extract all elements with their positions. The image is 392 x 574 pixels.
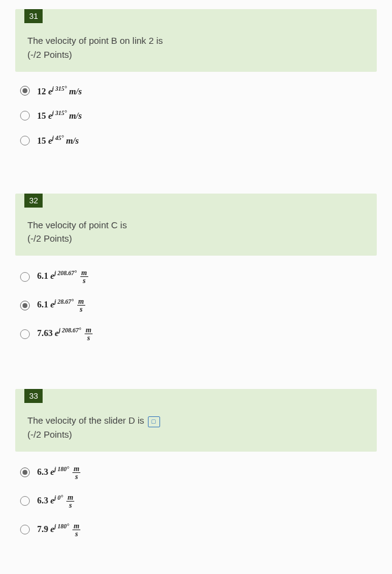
option-row[interactable]: 12 ej 315° m/s (18, 80, 374, 102)
radio-button[interactable] (20, 272, 30, 282)
option-label: 7.63 ej 208.67° ms (37, 326, 93, 341)
radio-button[interactable] (20, 301, 30, 310)
question-block: 33The velocity of the slider D is▢(-/2 P… (15, 389, 377, 555)
option-label: 15 ej 45° m/s (37, 135, 79, 146)
radio-button[interactable] (20, 496, 30, 506)
option-row[interactable]: 15 ej 45° m/s (18, 130, 374, 151)
radio-button[interactable] (20, 329, 30, 339)
option-row[interactable]: 6.3 ej 180° ms (18, 460, 374, 485)
question-header: 32The velocity of point C is(-/2 Points) (15, 194, 377, 256)
question-text: The velocity of the slider D is▢ (15, 403, 377, 428)
radio-button[interactable] (20, 111, 30, 121)
option-label: 6.3 ej 180° ms (37, 465, 80, 480)
option-label: 7.9 ej 180° ms (37, 522, 80, 537)
question-block: 32The velocity of point C is(-/2 Points)… (15, 194, 377, 359)
radio-button[interactable] (20, 136, 30, 145)
question-text: The velocity of point B on link 2 is (15, 23, 377, 48)
question-number: 33 (24, 389, 43, 403)
question-text: The velocity of point C is (15, 208, 377, 233)
radio-button[interactable] (20, 467, 30, 477)
option-label: 15 ej 315° m/s (37, 110, 82, 121)
options-group: 6.1 ej 208.67° ms6.1 ej 28.67° ms7.63 ej… (15, 256, 377, 359)
options-group: 6.3 ej 180° ms6.3 ej 0° ms7.9 ej 180° ms (15, 452, 377, 555)
option-row[interactable]: 7.9 ej 180° ms (18, 517, 374, 542)
question-header: 31The velocity of point B on link 2 is(-… (15, 9, 377, 72)
immersive-reader-icon[interactable]: ▢ (148, 416, 160, 427)
option-label: 6.1 ej 208.67° ms (37, 269, 88, 284)
question-points: (-/2 Points) (15, 48, 377, 60)
options-group: 12 ej 315° m/s15 ej 315° m/s15 ej 45° m/… (15, 72, 377, 163)
question-points: (-/2 Points) (15, 428, 377, 439)
option-label: 6.3 ej 0° ms (37, 494, 74, 509)
option-row[interactable]: 6.1 ej 208.67° ms (18, 264, 374, 289)
radio-button[interactable] (20, 525, 30, 534)
question-header: 33The velocity of the slider D is▢(-/2 P… (15, 389, 377, 452)
option-label: 12 ej 315° m/s (37, 85, 82, 97)
question-number: 31 (24, 9, 43, 23)
question-points: (-/2 Points) (15, 232, 377, 243)
option-label: 6.1 ej 28.67° ms (37, 298, 85, 313)
option-row[interactable]: 15 ej 315° m/s (18, 105, 374, 126)
option-row[interactable]: 7.63 ej 208.67° ms (18, 321, 374, 346)
question-block: 31The velocity of point B on link 2 is(-… (15, 9, 377, 163)
option-row[interactable]: 6.1 ej 28.67° ms (18, 293, 374, 318)
question-number: 32 (24, 194, 43, 208)
radio-button[interactable] (20, 86, 30, 96)
option-row[interactable]: 6.3 ej 0° ms (18, 489, 374, 514)
